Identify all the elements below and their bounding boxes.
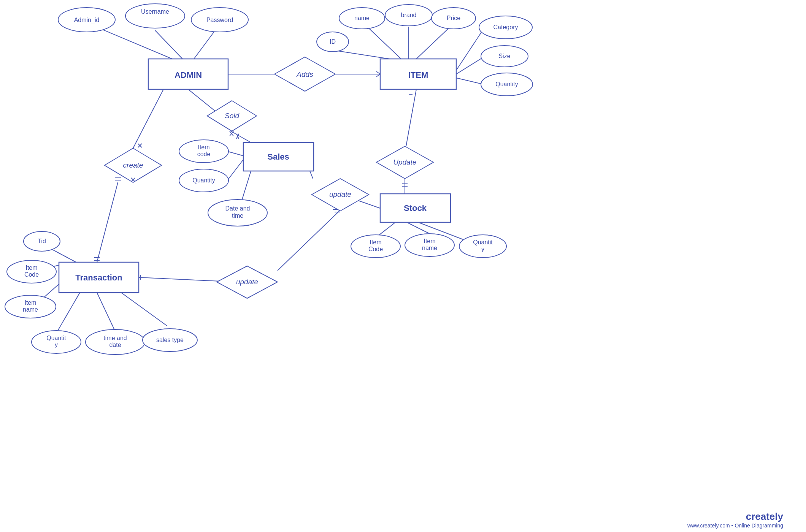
svg-line-27: [227, 151, 243, 156]
item-brand-label: brand: [401, 12, 417, 18]
svg-line-28: [227, 160, 243, 181]
svg-line-46: [58, 293, 80, 331]
item-quantity-label: Quantity: [495, 81, 518, 87]
transaction-label: Transaction: [75, 273, 122, 282]
stock-itemcode-label2: Code: [368, 246, 383, 252]
svg-line-35: [406, 89, 416, 146]
item-size-label: Size: [498, 53, 510, 59]
svg-line-17: [188, 89, 218, 113]
trans-itemcode-label2: Code: [24, 271, 39, 278]
creately-brand: creately: [746, 511, 784, 522]
sales-datetime-label: Date and: [225, 205, 250, 212]
svg-line-21: [133, 89, 163, 148]
svg-line-16: [376, 74, 380, 77]
trans-itemcode-label: Item: [25, 264, 37, 271]
svg-line-9: [456, 78, 484, 84]
svg-line-6: [335, 51, 390, 59]
svg-line-22: [97, 182, 118, 262]
username-label: Username: [141, 8, 169, 15]
svg-line-1: [155, 30, 182, 59]
item-category-label: Category: [493, 24, 518, 30]
svg-line-51: [278, 208, 342, 271]
sold-label: Sold: [225, 112, 240, 120]
item-id-label: ID: [330, 38, 336, 45]
item-price-label: Price: [447, 15, 461, 21]
sales-label: Sales: [267, 152, 289, 162]
trans-salestype-label: sales type: [156, 337, 184, 343]
svg-line-49: [139, 277, 221, 281]
admin-id-label: Admin_id: [74, 17, 100, 24]
trans-timedate-label2: date: [109, 342, 121, 348]
sales-quantity-label: Quantity: [192, 177, 215, 184]
update-trans-label: update: [236, 278, 258, 286]
stock-quantity-label: Quantit: [473, 239, 493, 245]
create-label: create: [123, 161, 143, 169]
item-label: ITEM: [408, 70, 428, 80]
svg-line-47: [97, 293, 115, 331]
stock-quantity-label2: y: [481, 246, 484, 252]
sales-itemcode-label2: code: [197, 151, 211, 157]
update-rel-label: update: [329, 190, 351, 198]
admin-label: ADMIN: [175, 70, 202, 80]
update-stock-label: Update: [393, 158, 416, 166]
tid-label: Tid: [38, 238, 46, 244]
svg-line-7: [456, 29, 484, 70]
stock-itemcode-label: Item: [370, 239, 381, 245]
sales-datetime-label2: time: [232, 212, 243, 219]
svg-line-48: [116, 289, 167, 326]
trans-quantity-label: Quantit: [46, 335, 66, 341]
svg-line-8: [456, 57, 484, 74]
password-label: Password: [206, 17, 233, 23]
svg-line-41: [407, 222, 430, 234]
svg-line-15: [376, 71, 380, 74]
creately-sub: www.creately.com • Online Diagramming: [687, 522, 783, 529]
stock-label: Stock: [404, 203, 427, 213]
username-attr: [125, 4, 185, 28]
sales-itemcode-label: Item: [198, 144, 209, 150]
trans-itemname-label2: name: [23, 306, 38, 313]
trans-timedate-label: time and: [103, 335, 127, 341]
trans-itemname-label: Item: [24, 299, 36, 306]
svg-line-18: [231, 131, 251, 142]
svg-line-40: [378, 222, 395, 236]
trans-quantity-label2: y: [55, 342, 58, 348]
item-name-label: name: [354, 15, 370, 21]
stock-itemname-label2: name: [422, 245, 437, 251]
adds-label: Adds: [296, 70, 313, 78]
stock-itemname-label: Item: [424, 238, 435, 244]
